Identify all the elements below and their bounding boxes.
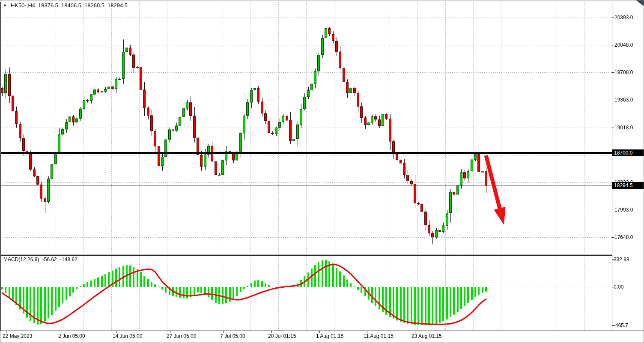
chart-window: ▼ HK50-,H4 18376.5 18406.5 18260.5 18294…	[0, 0, 644, 343]
down-arrow-object[interactable]	[0, 0, 644, 343]
